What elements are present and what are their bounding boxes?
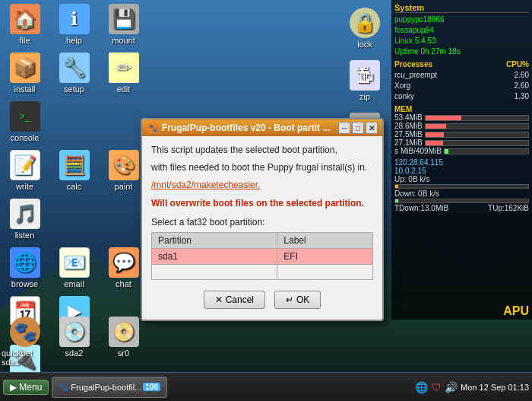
shield-icon: 🛡 — [431, 381, 442, 393]
ok-icon: ↵ — [286, 294, 293, 305]
maximize-button[interactable]: □ — [352, 122, 364, 134]
dialog-overlay: 🐾 FrugalPup-bootfiles v20 - Boot partit … — [0, 0, 532, 401]
partition-table: Partition Label sda1 EFI — [151, 232, 373, 280]
cancel-label: Cancel — [226, 294, 254, 305]
body-warning: Will overwrite boot files on the selecte… — [151, 197, 373, 210]
menu-label: ▶ Menu — [10, 382, 42, 393]
cancel-button[interactable]: ✕ Cancel — [204, 291, 265, 309]
dialog-buttons: ✕ Cancel ↵ OK — [151, 286, 373, 312]
col-label: Label — [277, 232, 373, 248]
table-row[interactable]: sda1 EFI — [152, 248, 373, 264]
body-link: /mnt/sda2/maketecheasier. — [151, 179, 373, 192]
desktop: System puppypc18866 fossapup64 Linux 5.4… — [0, 0, 532, 401]
clock: Mon 12 Sep 01:13 — [461, 383, 529, 392]
app-label: FrugalPup-bootfil... — [71, 383, 141, 392]
taskbar: ▶ Menu 🐾 FrugalPup-bootfil... 100 🌐 🛡 🔊 … — [0, 372, 532, 401]
app-badge: 100 — [143, 383, 160, 391]
network-icon: 🌐 — [415, 381, 428, 393]
select-label: Select a fat32 boot partition: — [151, 216, 373, 229]
app-icon: 🐾 — [59, 382, 69, 392]
body-line1: This script updates the selected boot pa… — [151, 144, 373, 157]
dialog-title: FrugalPup-bootfiles v20 - Boot partit ..… — [162, 123, 330, 133]
systray: 🌐 🛡 🔊 — [415, 381, 458, 393]
dialog-title-icon: 🐾 — [147, 122, 159, 134]
close-button[interactable]: ✕ — [366, 122, 378, 134]
ok-label: OK — [296, 294, 309, 305]
minimize-button[interactable]: ─ — [338, 122, 350, 134]
partition-val: sda1 — [152, 248, 277, 264]
body-line2: with files needed to boot the Puppy frug… — [151, 161, 373, 174]
audio-icon: 🔊 — [445, 381, 458, 393]
titlebar-left: 🐾 FrugalPup-bootfiles v20 - Boot partit … — [147, 122, 330, 134]
taskbar-frugalpup[interactable]: 🐾 FrugalPup-bootfil... 100 — [52, 377, 167, 398]
dialog-body: This script updates the selected boot pa… — [142, 136, 382, 320]
label-val: EFI — [277, 248, 373, 264]
col-partition: Partition — [152, 232, 277, 248]
cancel-x: ✕ — [215, 294, 223, 305]
table-row-empty — [152, 264, 373, 279]
titlebar-buttons: ─ □ ✕ — [338, 122, 378, 134]
dialog-titlebar: 🐾 FrugalPup-bootfiles v20 - Boot partit … — [142, 119, 382, 136]
menu-button[interactable]: ▶ Menu — [3, 380, 49, 395]
ok-button[interactable]: ↵ OK — [274, 291, 321, 309]
frugalpup-dialog: 🐾 FrugalPup-bootfiles v20 - Boot partit … — [141, 118, 384, 321]
